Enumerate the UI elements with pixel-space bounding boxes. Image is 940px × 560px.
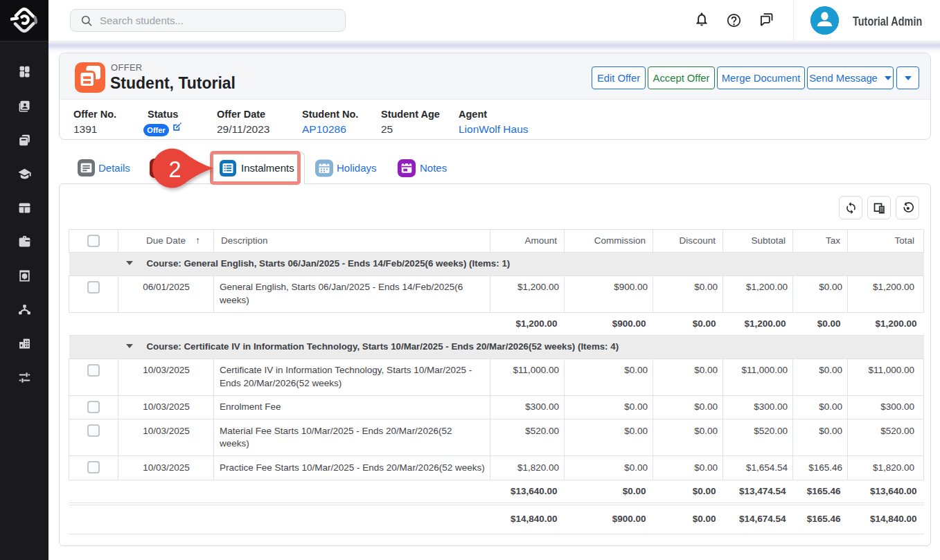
svg-text:2: 2 — [168, 156, 181, 182]
svg-text:$: $ — [23, 273, 26, 280]
